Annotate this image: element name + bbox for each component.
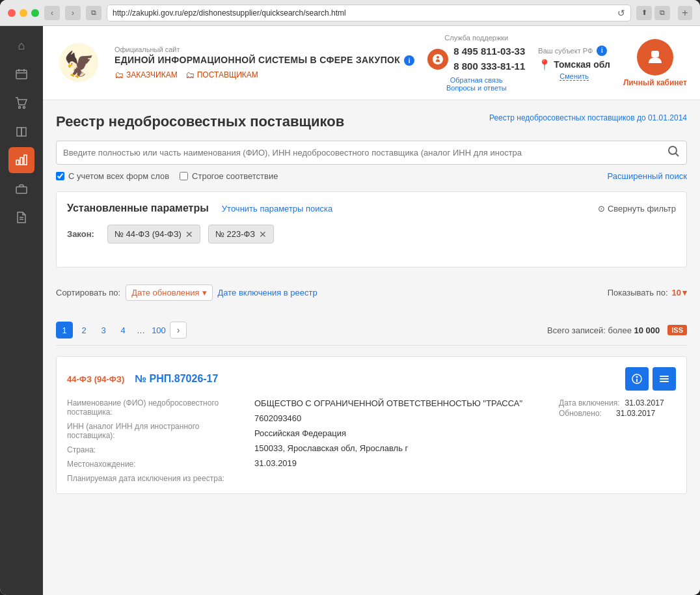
card-number-link[interactable]: № РНП.87026-17: [135, 373, 218, 385]
support-section: Служба поддержки 8 495 811-03-33 8 800 3…: [427, 34, 525, 92]
change-region-link[interactable]: Сменить: [559, 72, 589, 81]
search-button[interactable]: [667, 145, 680, 161]
filter-section: Установленные параметры Уточнить парамет…: [56, 191, 687, 268]
support-icon: [427, 49, 448, 70]
card-date-update-label: Обновлено:: [559, 409, 611, 418]
next-page-btn[interactable]: ›: [170, 322, 187, 339]
page-100[interactable]: 100: [150, 322, 167, 339]
card-list-btn[interactable]: [653, 367, 676, 391]
page-3[interactable]: 3: [95, 322, 112, 339]
site-info-btn[interactable]: i: [404, 55, 414, 66]
page-header: Реестр недобросовестных поставщиков Реес…: [56, 113, 687, 130]
card-date-update-value: 31.03.2017: [616, 409, 655, 418]
svg-rect-21: [660, 376, 669, 377]
sidebar-item-document[interactable]: [8, 204, 34, 230]
sort-chevron-icon: ▾: [202, 288, 207, 298]
pagination: 1 2 3 4 … 100 ›: [56, 322, 187, 339]
region-label: Ваш субъект РФ i: [538, 46, 610, 56]
search-options: С учетом всех форм слов Строгое соответс…: [56, 171, 687, 181]
card-exclude-value: 31.03.2019: [254, 458, 554, 468]
svg-rect-23: [660, 381, 669, 382]
cabinet-section[interactable]: Личный кабинет: [623, 39, 687, 87]
forward-button[interactable]: ›: [65, 6, 81, 20]
reload-button[interactable]: ↺: [617, 8, 625, 18]
cabinet-icon: [637, 39, 673, 76]
region-section: Ваш субъект РФ i 📍 Томская обл Сменить: [538, 46, 610, 81]
close-window-btn[interactable]: [8, 9, 16, 17]
card-actions: [625, 367, 676, 391]
sort-section: Сортировать по: Дате обновления ▾ Дате в…: [56, 278, 687, 307]
page-body: Реестр недобросовестных поставщиков Реес…: [43, 100, 700, 507]
page-1[interactable]: 1: [56, 322, 73, 339]
feedback-link[interactable]: Обратная связь: [427, 76, 525, 84]
window-toggle-button[interactable]: ⧉: [86, 6, 101, 20]
filter-tag-223fz-close[interactable]: ✕: [259, 230, 267, 239]
svg-point-4: [19, 107, 21, 109]
sidebar-item-home[interactable]: ⌂: [8, 33, 34, 59]
svg-rect-14: [651, 51, 659, 57]
region-info-btn[interactable]: i: [597, 46, 607, 56]
pagination-info: Всего записей: более 10 000 ISS: [547, 325, 687, 335]
sidebar-item-cart[interactable]: [8, 90, 34, 116]
main-content: 🦅 Официальный сайт ЕДИНОЙ ИНФОРМАЦИОННОЙ…: [43, 26, 700, 595]
share-button[interactable]: ⬆: [636, 6, 652, 20]
svg-point-19: [636, 376, 638, 378]
suppliers-link[interactable]: 🗂 ПОСТАВЩИКАМ: [185, 70, 258, 80]
support-label: Служба поддержки: [427, 34, 525, 42]
filter-tag-44fz-close[interactable]: ✕: [185, 230, 193, 239]
sidebar: ⌂: [0, 26, 43, 595]
faq-link[interactable]: Вопросы и ответы: [427, 84, 525, 92]
search-box: [56, 141, 687, 165]
filter-row: Закон: № 44-ФЗ (94-ФЗ) ✕ № 223-ФЗ ✕: [67, 225, 676, 243]
sidebar-item-calendar[interactable]: [8, 61, 34, 87]
minimize-window-btn[interactable]: [20, 9, 27, 17]
filter-header: Установленные параметры Уточнить парамет…: [67, 202, 676, 214]
maximize-window-btn[interactable]: [31, 9, 39, 17]
card-location-value: 150033, Ярославская обл, Ярославль г: [254, 443, 554, 453]
svg-rect-20: [636, 379, 638, 382]
filter-refine-link[interactable]: Уточнить параметры поиска: [222, 204, 332, 214]
duplicate-button[interactable]: ⧉: [654, 6, 670, 20]
card-exclude-label: Планируемая дата исключения из реестра:: [67, 474, 224, 483]
sort-label: Сортировать по:: [56, 288, 120, 298]
svg-rect-8: [24, 155, 27, 165]
page-4[interactable]: 4: [114, 322, 131, 339]
browser-titlebar: ‹ › ⧉ http://zakupki.gov.ru/epz/dishones…: [0, 0, 700, 26]
address-bar[interactable]: http://zakupki.gov.ru/epz/dishonestsuppl…: [107, 5, 631, 21]
show-right: Показывать по: 10 ▾: [608, 288, 687, 298]
search-input[interactable]: [63, 141, 667, 164]
sidebar-item-book[interactable]: [8, 118, 34, 145]
svg-rect-7: [20, 158, 23, 165]
checkboxes: С учетом всех форм слов Строгое соответс…: [56, 171, 278, 181]
svg-line-17: [676, 154, 679, 157]
sort-by-date-link[interactable]: Дате включения в реестр: [218, 288, 317, 298]
svg-point-16: [669, 146, 677, 154]
page-2[interactable]: 2: [75, 322, 92, 339]
back-button[interactable]: ‹: [44, 6, 60, 20]
traffic-lights: [8, 9, 39, 17]
new-tab-button[interactable]: +: [678, 6, 692, 20]
customers-link[interactable]: 🗂 ЗАКАЗЧИКАМ: [114, 70, 178, 80]
show-count-btn[interactable]: 10 ▾: [672, 288, 687, 298]
filter-tag-223fz: № 223-ФЗ ✕: [208, 225, 274, 243]
rss-badge[interactable]: ISS: [667, 325, 687, 335]
svg-rect-0: [16, 70, 27, 79]
card-date-include-value: 31.03.2017: [625, 398, 664, 408]
collapse-filter-btn[interactable]: ⊙ Свернуть фильтр: [598, 204, 676, 214]
old-registry-link[interactable]: Реестр недобросовестных поставщиков до 0…: [489, 113, 687, 122]
advanced-search-link[interactable]: Расширенный поиск: [608, 171, 687, 181]
site-header: 🦅 Официальный сайт ЕДИНОЙ ИНФОРМАЦИОННОЙ…: [43, 26, 700, 100]
strict-match-checkbox[interactable]: Строгое соответствие: [180, 171, 278, 181]
collapse-icon: ⊙: [598, 204, 605, 214]
sort-select[interactable]: Дате обновления ▾: [126, 284, 212, 301]
sidebar-item-briefcase[interactable]: [8, 176, 34, 202]
site-logo: 🦅: [56, 40, 101, 86]
card-location-label: Местонахождение:: [67, 460, 152, 469]
suppliers-icon: 🗂: [185, 70, 195, 80]
card-details-btn[interactable]: [625, 367, 649, 391]
pagination-bar: 1 2 3 4 … 100 › Всего записей: более 10 …: [56, 315, 687, 346]
sidebar-item-chart[interactable]: [8, 147, 34, 173]
contact-links: Обратная связь Вопросы и ответы: [427, 76, 525, 92]
word-forms-checkbox[interactable]: С учетом всех форм слов: [56, 171, 169, 181]
browser-actions: ⬆ ⧉: [636, 6, 670, 20]
